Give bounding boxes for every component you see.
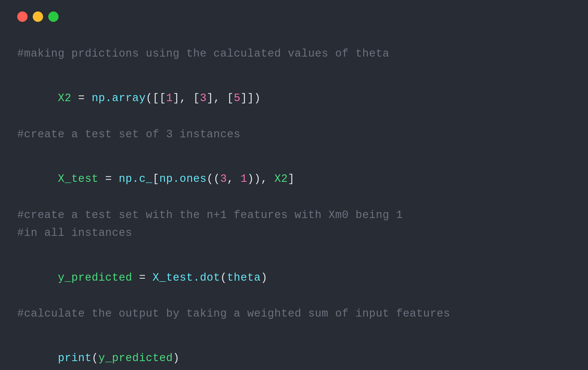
maximize-dot[interactable]	[48, 11, 59, 22]
comment-line-5: #calculate the output by taking a weight…	[17, 305, 571, 323]
minimize-dot[interactable]	[33, 11, 43, 22]
bracket-close-1: ]])	[241, 92, 261, 104]
code-line-x2: X2 = np.array([[1], [3], [5]])	[17, 72, 571, 126]
ypred-arg: y_predicted	[98, 352, 173, 364]
code-area: #making prdictions using the calculated …	[17, 39, 571, 370]
val-1: 1	[166, 92, 173, 104]
comma-1: ,	[227, 173, 241, 185]
code-line-print: print(y_predicted)	[17, 332, 571, 370]
val-1-2: 1	[241, 173, 247, 185]
var-x2: X2	[58, 92, 78, 104]
paren-xtest-open: ((	[207, 173, 220, 185]
bracket-xtest-close: ]	[288, 173, 295, 185]
bracket-open-1: ([[	[146, 92, 166, 104]
paren-print-open: (	[92, 352, 98, 364]
comment-line-3: #create a test set with the n+1 features…	[17, 206, 571, 224]
np-array: np.array	[92, 92, 146, 104]
close-dot[interactable]	[17, 11, 28, 22]
theta-arg: theta	[227, 271, 261, 284]
paren-theta-open: (	[220, 271, 227, 284]
val-3: 3	[200, 92, 207, 104]
paren-theta-close: )	[261, 271, 268, 284]
xtest-dot: X_test.dot	[152, 271, 220, 284]
var-ypred: y_predicted	[58, 271, 139, 284]
operator-equals-2: =	[105, 173, 119, 185]
paren-print-close: )	[173, 352, 180, 364]
paren-xtest-close: )),	[247, 173, 274, 185]
val-5: 5	[234, 92, 241, 104]
var-x2-ref: X2	[274, 173, 288, 185]
var-xtest: X_test	[58, 173, 105, 185]
code-line-xtest: X_test = np.c_[np.ones((3, 1)), X2]	[17, 152, 571, 206]
bracket-close-inner-1: ], [	[173, 92, 200, 104]
print-func: print	[58, 352, 92, 364]
operator-equals-3: =	[139, 271, 152, 284]
comment-line-4: #in all instances	[17, 224, 571, 242]
bracket-xtest-open: [	[152, 173, 159, 185]
editor-window: #making prdictions using the calculated …	[0, 0, 588, 370]
comment-line-1: #making prdictions using the calculated …	[17, 45, 571, 63]
np-c: np.c_	[119, 173, 152, 185]
bracket-close-inner-2: ], [	[207, 92, 234, 104]
np-ones: np.ones	[159, 173, 207, 185]
val-3-2: 3	[220, 173, 227, 185]
code-line-ypred: y_predicted = X_test.dot(theta)	[17, 251, 571, 305]
operator-equals-1: =	[78, 92, 92, 104]
title-bar	[17, 11, 571, 22]
comment-line-2: #create a test set of 3 instances	[17, 126, 571, 144]
